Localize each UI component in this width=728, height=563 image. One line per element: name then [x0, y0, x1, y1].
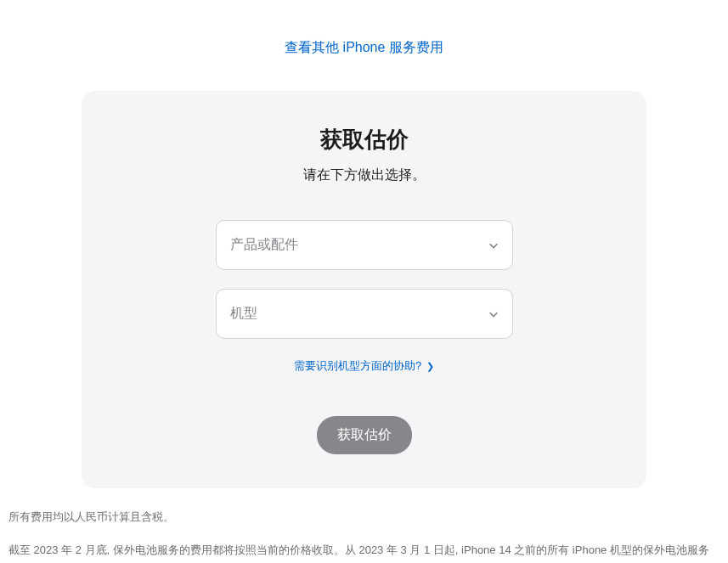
- help-link-wrapper: 需要识别机型方面的协助? ❯: [116, 358, 612, 374]
- product-select[interactable]: 产品或配件: [216, 220, 513, 270]
- other-services-link[interactable]: 查看其他 iPhone 服务费用: [285, 40, 443, 54]
- card-subtitle: 请在下方做出选择。: [116, 166, 612, 184]
- help-link-text: 需要识别机型方面的协助?: [294, 359, 421, 372]
- top-link-wrapper: 查看其他 iPhone 服务费用: [8, 0, 720, 82]
- card-title: 获取估价: [116, 125, 612, 155]
- get-estimate-button[interactable]: 获取估价: [317, 416, 412, 454]
- model-select[interactable]: 机型: [216, 289, 513, 339]
- model-select-wrapper: 机型: [216, 289, 513, 339]
- footnote: 所有费用均以人民币计算且含税。 截至 2023 年 2 月底, 保外电池服务的费…: [8, 507, 720, 563]
- footnote-price-notice: 截至 2023 年 2 月底, 保外电池服务的费用都将按照当前的价格收取。从 2…: [8, 540, 720, 563]
- identify-model-link[interactable]: 需要识别机型方面的协助? ❯: [294, 359, 434, 372]
- chevron-right-icon: ❯: [426, 361, 434, 371]
- estimate-card: 获取估价 请在下方做出选择。 产品或配件 机型 需要识别机型方面的协助? ❯: [82, 91, 646, 488]
- footnote-text-a: 截至 2023 年 2 月底, 保外电池服务的费用都将按照当前的价格收取。从 2…: [8, 543, 709, 556]
- product-select-wrapper: 产品或配件: [216, 220, 513, 270]
- footnote-currency: 所有费用均以人民币计算且含税。: [8, 507, 720, 526]
